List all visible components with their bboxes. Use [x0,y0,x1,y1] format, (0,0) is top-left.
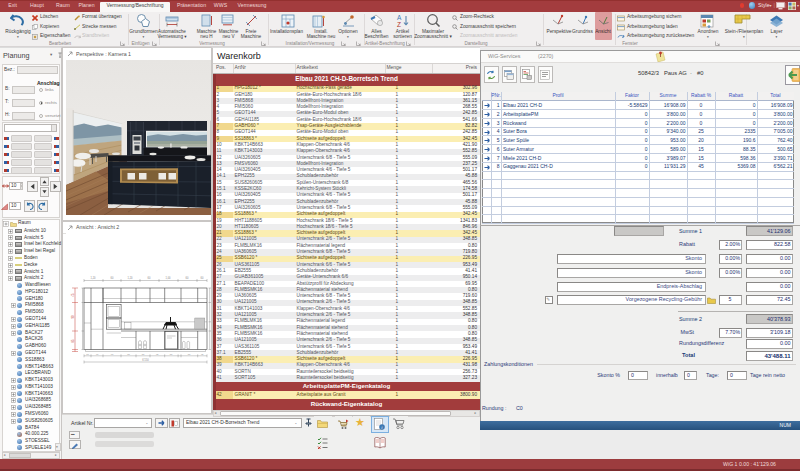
svg-text:1,20: 1,20 [90,276,96,280]
svg-text:6'150: 6'150 [142,358,149,362]
svg-text:1,00: 1,00 [165,276,171,280]
svg-text:A: A [397,14,402,21]
svg-text:Z: Z [397,21,401,28]
svg-text:1,20: 1,20 [127,276,133,280]
